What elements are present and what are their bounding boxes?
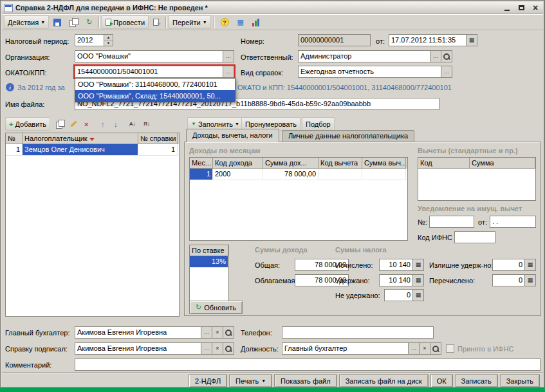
maximize-button[interactable] (515, 3, 527, 13)
calculator-button[interactable]: ▦ (412, 275, 423, 286)
spin-down-icon[interactable]: ▼ (104, 41, 113, 46)
table-row[interactable]: 13% (190, 256, 228, 268)
cell-deduction-code[interactable] (319, 169, 362, 180)
date-field[interactable]: 17.07.2012 11:51:35 ▦ (389, 34, 477, 46)
minimize-button[interactable] (501, 3, 513, 13)
table-row[interactable]: 1 2000 78 000,00 (190, 169, 407, 180)
notice-date-field[interactable]: . . (490, 216, 536, 228)
cell-num[interactable]: 1 (6, 144, 23, 156)
chief-accountant-field[interactable]: Акимова Евгения Игоревна ... × (75, 326, 234, 339)
number-field[interactable]: 00000000001 (298, 34, 371, 46)
column-header-income-sum[interactable]: Сумма дох... (263, 158, 319, 169)
withheld-tax-field[interactable]: 10 140 ▦ (379, 274, 424, 286)
pick-button[interactable]: Подбор (302, 117, 335, 131)
save-button[interactable] (50, 15, 65, 29)
calculator-button[interactable]: ▦ (412, 259, 423, 270)
calculated-tax-field[interactable]: 10 140 ▦ (379, 259, 424, 271)
choose-button[interactable]: ... (223, 51, 234, 62)
copy-button[interactable] (66, 15, 82, 29)
ok-button[interactable]: ОК (430, 374, 453, 387)
calculator-button[interactable]: ▦ (412, 290, 423, 301)
goto-menu-button[interactable]: Перейти ▼ (169, 15, 211, 29)
clear-button[interactable]: × (212, 343, 223, 354)
info-text[interactable]: За 2012 год за (17, 82, 65, 93)
choose-button[interactable]: ... (201, 343, 212, 354)
open-button[interactable] (223, 343, 234, 354)
close-button[interactable]: × (530, 3, 541, 13)
unpost-button[interactable] (149, 15, 163, 29)
save-file-to-disk-button[interactable]: Записать файл на диск (339, 374, 429, 387)
show-file-button[interactable]: Показать файл (274, 374, 337, 387)
cell-month[interactable]: 1 (190, 169, 213, 180)
signed-by-field[interactable]: Акимова Евгения Игоревна ... × (75, 342, 234, 355)
open-button[interactable] (223, 327, 234, 338)
comment-field[interactable] (75, 359, 540, 371)
choose-button[interactable]: ... (201, 327, 212, 338)
delete-row-button[interactable]: × (80, 117, 92, 131)
notice-number-field[interactable] (429, 216, 474, 228)
spin-up-icon[interactable]: ▲ (104, 35, 113, 41)
sort-descending-button[interactable]: Я↓ (140, 117, 154, 131)
edit-row-button[interactable] (66, 117, 81, 131)
cell-income-sum[interactable]: 78 000,00 (263, 169, 319, 180)
tax-period-spinner[interactable]: ▲ ▼ (104, 35, 113, 46)
refresh-button[interactable]: ↻ Обновить (189, 301, 243, 314)
choose-button[interactable]: ... (408, 343, 419, 354)
column-header-cert[interactable]: № справки (138, 133, 178, 144)
dropdown-item[interactable]: ООО "Ромашки": 31140468000, 772400101 (75, 79, 235, 90)
ifns-code-field[interactable] (454, 231, 495, 243)
cell-rate[interactable]: 13% (190, 256, 228, 268)
okato-field[interactable]: 15440000001/504001001 ... (75, 66, 234, 78)
phone-field[interactable] (282, 326, 434, 339)
calculator-button[interactable]: ▦ (524, 275, 535, 286)
choose-button[interactable]: ... (430, 51, 441, 62)
print-menu-button[interactable]: Печать ▼ (229, 374, 272, 387)
column-header-code[interactable]: Код (418, 158, 470, 169)
tab-personal-data[interactable]: Личные данные налогоплательщика (282, 130, 414, 142)
structure-button[interactable]: ▦ (234, 15, 248, 29)
clear-button[interactable]: × (419, 343, 430, 354)
position-field[interactable]: Главный бухгалтер ... × (282, 342, 441, 355)
tab-income-deductions-taxes[interactable]: Доходы, вычеты, налоги (186, 129, 279, 142)
move-up-button[interactable]: ↑ (97, 117, 109, 131)
tax-period-field[interactable]: 2012 ▲ ▼ (75, 34, 113, 46)
help-button[interactable]: ? (217, 15, 233, 29)
analysis-button[interactable] (248, 15, 263, 29)
choose-button[interactable]: ... (441, 66, 452, 77)
cell-taxpayer[interactable]: Земцов Олег Денисович (23, 144, 138, 156)
column-header-deduction-code[interactable]: Код вычета (319, 158, 362, 169)
over-withheld-field[interactable]: 0 ▦ (492, 259, 536, 271)
column-header-taxpayer[interactable]: Налогоплательщик (23, 133, 138, 144)
column-header-income-code[interactable]: Код дохода (213, 158, 263, 169)
open-button[interactable] (441, 51, 452, 62)
ndfl-button[interactable]: 2-НДФЛ (189, 374, 227, 387)
dropdown-item-selected[interactable]: ООО "Ромашки", Склад: 15440000001, 50... (75, 90, 235, 102)
column-header-sum[interactable]: Сумма (470, 158, 535, 169)
open-button[interactable] (430, 343, 441, 354)
add-row-button[interactable]: + Добавить (5, 117, 50, 131)
post-button[interactable]: Провести (102, 15, 149, 29)
column-header-month[interactable]: Мес... (190, 158, 213, 169)
certificate-kind-field[interactable]: Ежегодная отчетность ... (298, 66, 452, 78)
column-header-rate[interactable]: По ставке (190, 245, 228, 256)
sort-ascending-button[interactable]: А↓ (125, 117, 139, 131)
choose-button[interactable]: ... (223, 66, 234, 77)
cell-cert[interactable]: 1 (138, 144, 178, 156)
calculator-button[interactable]: ▦ (524, 259, 535, 270)
organization-field[interactable]: ООО "Ромашки" ... (75, 50, 234, 62)
cell-deduction-sum[interactable] (362, 169, 406, 180)
column-header-deduction-sum[interactable]: Сумма выч... (362, 158, 406, 169)
reread-button[interactable]: ↻ (82, 15, 96, 29)
transferred-field[interactable]: 0 ▦ (492, 274, 536, 286)
calendar-button[interactable]: ▦ (466, 35, 477, 46)
actions-menu-button[interactable]: Действия ▼ (4, 15, 49, 29)
table-row[interactable]: 1 Земцов Олег Денисович 1 (6, 144, 179, 156)
responsible-field[interactable]: Администратор ... (298, 50, 452, 62)
move-down-button[interactable]: ↓ (110, 117, 122, 131)
column-header-num[interactable]: № (6, 133, 23, 144)
write-button[interactable]: Записать (455, 374, 498, 387)
cell-income-code[interactable]: 2000 (213, 169, 263, 180)
clear-button[interactable]: × (212, 327, 223, 338)
close-form-button[interactable]: Закрыть (500, 374, 540, 387)
not-withheld-tax-field[interactable]: 0 ▦ (384, 289, 424, 301)
